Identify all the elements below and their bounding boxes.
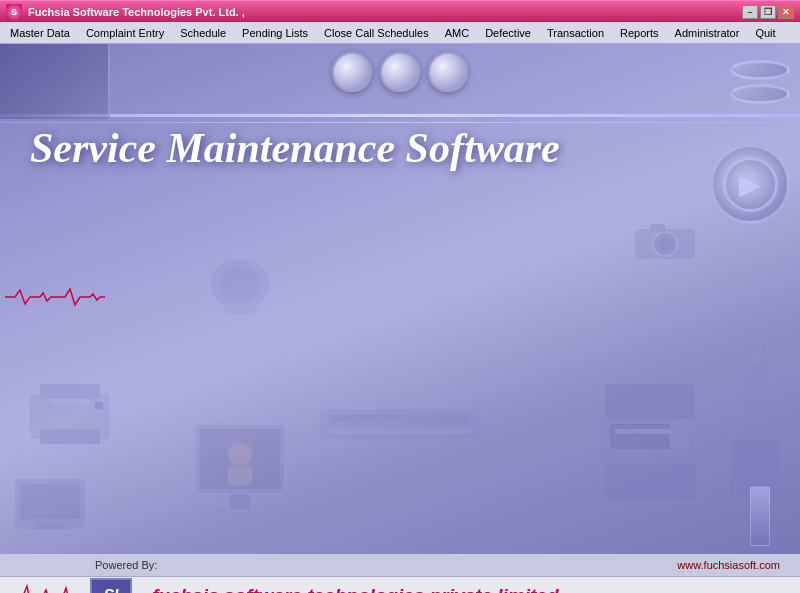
- circle-3: [428, 52, 468, 92]
- app-icon: S: [6, 4, 22, 20]
- footer: Powered By: www.fuchsiasoft.com SI fuchs…: [0, 554, 800, 593]
- decoration-line-1: [0, 114, 800, 117]
- svg-rect-29: [330, 414, 470, 422]
- svg-rect-14: [228, 466, 252, 486]
- menu-item-complaint-entry[interactable]: Complaint Entry: [78, 25, 172, 41]
- svg-rect-23: [615, 429, 675, 434]
- footer-company-row: SI fuchsia software technologies private…: [0, 576, 800, 593]
- menu-item-close-call-schedules[interactable]: Close Call Schedules: [316, 25, 437, 41]
- top-circles: [332, 52, 468, 92]
- camera-icon: [630, 214, 700, 264]
- svg-rect-6: [40, 429, 100, 444]
- heartbeat-bottom-icon: [15, 578, 75, 593]
- footer-powered-row: Powered By: www.fuchsiasoft.com: [0, 554, 800, 576]
- printer-icon: [20, 374, 120, 454]
- dome-camera-icon: [200, 254, 280, 324]
- menu-item-quit[interactable]: Quit: [747, 25, 783, 41]
- bottom-right-decoration: [720, 434, 800, 554]
- menu-item-administrator[interactable]: Administrator: [667, 25, 748, 41]
- svg-point-13: [228, 442, 252, 466]
- menu-bar: Master Data Complaint Entry Schedule Pen…: [0, 22, 800, 44]
- title-bar-left: S Fuchsia Software Technologies Pvt. Ltd…: [6, 4, 245, 20]
- heartbeat-icon: [5, 287, 105, 307]
- spiral-1: [730, 60, 790, 80]
- svg-point-2: [658, 237, 672, 251]
- minimize-button[interactable]: –: [742, 5, 758, 19]
- svg-rect-30: [330, 429, 470, 434]
- svg-rect-11: [230, 494, 250, 509]
- menu-item-pending-lists[interactable]: Pending Lists: [234, 25, 316, 41]
- company-name: fuchsia software technologies private li…: [152, 585, 559, 594]
- svg-rect-12: [215, 509, 265, 515]
- powered-by-label: Powered By:: [95, 559, 157, 571]
- company-logo: SI: [90, 578, 132, 594]
- svg-rect-27: [35, 522, 65, 530]
- strip-printer-icon: [320, 394, 480, 454]
- main-title: Service Maintenance Software: [30, 124, 560, 172]
- svg-rect-26: [20, 484, 80, 519]
- close-button[interactable]: ✕: [778, 5, 794, 19]
- circle-1: [332, 52, 372, 92]
- svg-rect-5: [40, 384, 100, 399]
- spiral-2: [730, 84, 790, 104]
- copier-icon: [590, 374, 710, 514]
- title-bar-controls: – ❐ ✕: [742, 5, 794, 19]
- device-icon: [10, 474, 90, 534]
- decoration-line-2: [0, 122, 800, 123]
- col-deco-1: [750, 486, 770, 546]
- svg-point-16: [220, 266, 260, 302]
- menu-item-reports[interactable]: Reports: [612, 25, 667, 41]
- equipment-area: [0, 194, 800, 554]
- menu-item-schedule[interactable]: Schedule: [172, 25, 234, 41]
- monitor-icon: [180, 414, 300, 534]
- svg-rect-3: [650, 224, 665, 232]
- svg-rect-20: [605, 384, 695, 419]
- window-title: Fuchsia Software Technologies Pvt. Ltd. …: [28, 6, 245, 18]
- menu-item-defective[interactable]: Defective: [477, 25, 539, 41]
- svg-rect-8: [95, 402, 103, 410]
- title-bar: S Fuchsia Software Technologies Pvt. Ltd…: [0, 0, 800, 22]
- circle-2: [380, 52, 420, 92]
- left-decoration: [0, 44, 110, 119]
- svg-rect-22: [605, 464, 695, 499]
- svg-rect-28: [320, 409, 480, 439]
- main-content: Service Maintenance Software ▶: [0, 44, 800, 554]
- menu-item-transaction[interactable]: Transaction: [539, 25, 612, 41]
- menu-item-master-data[interactable]: Master Data: [2, 25, 78, 41]
- svg-rect-7: [50, 399, 90, 404]
- svg-rect-24: [670, 419, 690, 449]
- restore-button[interactable]: ❐: [760, 5, 776, 19]
- menu-item-amc[interactable]: AMC: [437, 25, 477, 41]
- svg-point-18: [222, 306, 258, 314]
- website-link[interactable]: www.fuchsiasoft.com: [677, 559, 780, 571]
